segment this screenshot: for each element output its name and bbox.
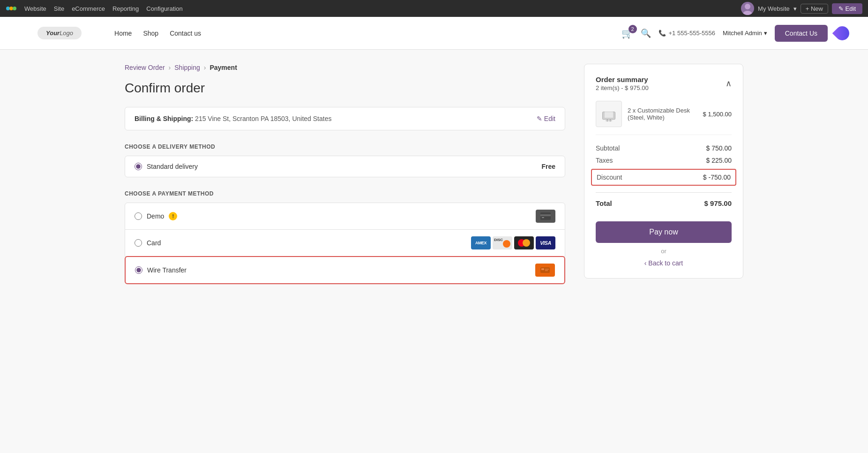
admin-nav-reporting[interactable]: Reporting <box>112 5 139 12</box>
card-label[interactable]: Card <box>135 239 161 247</box>
demo-label[interactable]: Demo ! <box>135 212 177 220</box>
order-summary: Order summary 2 item(s) - $ 975.00 ∧ 2 x… <box>584 64 743 279</box>
product-row: 2 x Customizable Desk (Steel, White) $ 1… <box>596 101 732 135</box>
wire-transfer-label-text: Wire Transfer <box>147 266 187 274</box>
svg-rect-6 <box>540 214 551 216</box>
left-panel: Review Order › Shipping › Payment Confir… <box>125 64 565 284</box>
taxes-row: Taxes $ 225.00 <box>596 157 732 164</box>
new-button[interactable]: + New <box>801 4 828 14</box>
warning-icon: ! <box>169 212 177 220</box>
phone-number: +1 555-555-5556 <box>669 30 715 37</box>
billing-text: Billing & Shipping: 215 Vine St, Scranto… <box>135 115 331 122</box>
amex-icon: AMEX <box>471 236 491 249</box>
svg-point-0 <box>6 7 10 10</box>
admin-bar: Website Site eCommerce Reporting Configu… <box>0 0 868 17</box>
card-radio[interactable] <box>135 239 142 247</box>
card-icons: AMEX DISC VISA <box>471 236 555 249</box>
breadcrumb-shipping[interactable]: Shipping <box>174 64 200 71</box>
back-to-cart-link[interactable]: ‹ Back to cart <box>596 259 732 267</box>
subtotal-value: $ 750.00 <box>706 144 732 152</box>
delivery-option-text: Standard delivery <box>147 163 198 170</box>
delivery-radio[interactable] <box>135 163 142 170</box>
billing-label: Billing & Shipping: <box>135 115 193 122</box>
logo[interactable]: YourLogo <box>19 17 100 50</box>
cart-button[interactable]: 🛒 2 <box>621 28 633 39</box>
total-label: Total <box>596 199 612 207</box>
discount-label: Discount <box>597 174 622 181</box>
demo-label-text: Demo <box>147 212 164 220</box>
visa-icon: VISA <box>536 236 555 249</box>
user-name: Mitchell Admin <box>723 30 762 37</box>
payment-options: Demo ! Card AMEX DISC <box>125 203 565 284</box>
wire-transfer-icon <box>535 264 555 277</box>
water-drop-icon <box>832 23 852 43</box>
delivery-option-box: Standard delivery Free <box>125 156 565 177</box>
discount-row: Discount $ -750.00 <box>591 169 736 186</box>
subtotal-row: Subtotal $ 750.00 <box>596 144 732 152</box>
total-row: Total $ 975.00 <box>596 192 732 207</box>
discover-icon: DISC <box>493 236 512 249</box>
svg-point-2 <box>13 7 16 10</box>
header-right: 🛒 2 🔍 📞 +1 555-555-5556 Mitchell Admin ▾… <box>621 25 849 42</box>
taxes-value: $ 225.00 <box>706 157 732 164</box>
payment-option-demo[interactable]: Demo ! <box>125 203 565 230</box>
order-summary-subtitle: 2 item(s) - $ 975.00 <box>596 84 649 91</box>
or-text: or <box>596 248 732 255</box>
odoo-logo[interactable] <box>6 3 17 14</box>
user-dropdown[interactable]: Mitchell Admin ▾ <box>723 30 767 37</box>
wire-transfer-radio[interactable] <box>135 266 142 274</box>
chevron-up-icon[interactable]: ∧ <box>726 78 732 89</box>
edit-button[interactable]: ✎ Edit <box>832 3 862 14</box>
product-price: $ 1,500.00 <box>703 111 732 118</box>
order-summary-title-block: Order summary 2 item(s) - $ 975.00 <box>596 76 649 91</box>
site-nav: Home Shop Contact us <box>114 30 201 37</box>
svg-point-3 <box>745 4 750 9</box>
my-website-label[interactable]: My Website <box>758 5 790 12</box>
svg-rect-9 <box>541 268 544 270</box>
main-content: Review Order › Shipping › Payment Confir… <box>106 50 762 298</box>
admin-nav-website[interactable]: Website <box>24 5 46 12</box>
discount-value: $ -750.00 <box>703 174 731 181</box>
breadcrumb-sep-2: › <box>204 64 206 71</box>
phone-info: 📞 +1 555-555-5556 <box>658 30 715 37</box>
billing-box: Billing & Shipping: 215 Vine St, Scranto… <box>125 107 565 130</box>
admin-nav-site[interactable]: Site <box>54 5 64 12</box>
admin-nav-ecommerce[interactable]: eCommerce <box>72 5 105 12</box>
svg-point-1 <box>9 7 13 10</box>
demo-icon <box>536 210 555 223</box>
nav-shop[interactable]: Shop <box>143 30 158 37</box>
order-summary-title: Order summary <box>596 76 649 83</box>
mastercard-icon <box>514 236 534 249</box>
payment-option-wire-transfer[interactable]: Wire Transfer <box>125 256 565 284</box>
nav-home[interactable]: Home <box>114 30 132 37</box>
total-value: $ 975.00 <box>704 199 732 207</box>
admin-avatar <box>741 2 754 15</box>
order-summary-header: Order summary 2 item(s) - $ 975.00 ∧ <box>596 76 732 91</box>
breadcrumb-review-order[interactable]: Review Order <box>125 64 165 71</box>
logo-text: YourLogo <box>37 27 82 39</box>
taxes-label: Taxes <box>596 157 613 164</box>
admin-right-actions: My Website ▾ + New ✎ Edit <box>741 2 862 15</box>
contact-us-button[interactable]: Contact Us <box>775 25 828 42</box>
svg-rect-13 <box>605 112 613 118</box>
payment-option-card[interactable]: Card AMEX DISC VISA <box>125 230 565 257</box>
demo-radio[interactable] <box>135 212 142 220</box>
breadcrumb: Review Order › Shipping › Payment <box>125 64 565 71</box>
delivery-section-label: CHOOSE A DELIVERY METHOD <box>125 143 565 150</box>
wire-transfer-label[interactable]: Wire Transfer <box>135 266 187 274</box>
product-name: 2 x Customizable Desk (Steel, White) <box>628 107 697 121</box>
card-label-text: Card <box>147 239 161 247</box>
svg-rect-16 <box>606 121 612 121</box>
billing-edit-link[interactable]: ✎ Edit <box>537 115 555 122</box>
breadcrumb-payment: Payment <box>210 64 237 71</box>
pay-now-button[interactable]: Pay now <box>596 221 732 243</box>
cart-badge: 2 <box>629 25 637 33</box>
search-button[interactable]: 🔍 <box>641 28 651 38</box>
svg-rect-7 <box>542 217 544 218</box>
subtotal-label: Subtotal <box>596 144 620 152</box>
delivery-option-label[interactable]: Standard delivery <box>135 163 198 170</box>
admin-nav-configuration[interactable]: Configuration <box>146 5 182 12</box>
page-title: Confirm order <box>125 81 565 96</box>
delivery-price: Free <box>541 163 555 170</box>
nav-contact-us[interactable]: Contact us <box>170 30 201 37</box>
